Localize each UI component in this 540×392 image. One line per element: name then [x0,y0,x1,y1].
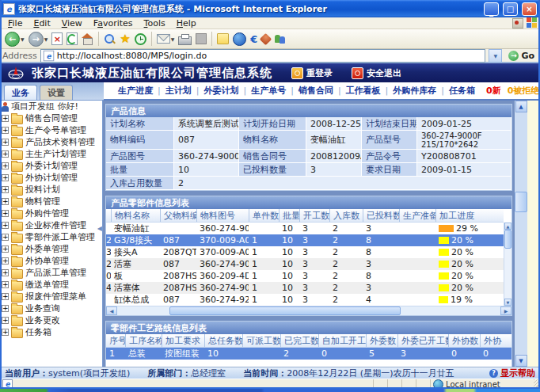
sidebar-item-3[interactable]: +主生产计划管理 [0,148,102,160]
tab-business[interactable]: 业务 [4,85,37,100]
sidebar-item-12[interactable]: +外协单管理 [0,255,102,267]
expand-icon[interactable]: + [2,150,9,158]
column-header[interactable]: 总任务数 [204,334,242,347]
forward-button[interactable]: →▼ [27,30,50,48]
close-button[interactable]: × [522,2,537,16]
expand-icon[interactable]: + [2,293,9,300]
column-header[interactable]: 外委数 [366,334,397,347]
expand-icon[interactable]: + [2,317,9,324]
notes-button[interactable] [215,30,230,48]
expand-icon[interactable]: + [2,186,9,193]
nav-item-2[interactable]: 外委计划 [199,85,243,97]
sidebar-item-2[interactable]: +产品技术资料管理 [0,136,102,148]
page-scrollbar[interactable]: ▲ ▼ [515,101,527,367]
minimize-button[interactable]: _ [484,2,499,16]
table-row[interactable]: 变幅油缸360-274-9000F1032329 % [106,223,504,234]
show-help-button[interactable]: ? 显示帮助 [489,367,535,379]
column-header[interactable]: 可派工数 [242,334,280,347]
research-button[interactable] [260,30,272,48]
expand-icon[interactable]: + [2,174,9,181]
sidebar-item-16[interactable]: +业务查询 [0,303,102,314]
expand-icon[interactable]: + [2,269,9,276]
currency-button[interactable]: € [249,30,259,48]
column-header[interactable]: 开工数 [299,209,329,222]
sidebar-item-11[interactable]: +外委单管理 [0,243,102,255]
column-header[interactable]: 物料名称 [111,209,160,222]
search-button[interactable] [102,30,117,48]
nav-item-6[interactable]: 外购件库存 [388,85,441,97]
scroll-down-icon[interactable]: ▼ [504,299,511,306]
address-input[interactable]: e http://localhost:8080/MPS/login.do [40,49,486,63]
expand-icon[interactable]: + [2,139,9,146]
sidebar-item-17[interactable]: +业务更改 [0,314,102,326]
go-button[interactable]: → Go [505,49,538,62]
sidebar-item-6[interactable]: +投料计划 [0,184,102,196]
sidebar-item-15[interactable]: +报废件管理菜单 [0,291,102,303]
column-header[interactable]: 序号 [106,334,125,347]
mail-dropdown-icon[interactable]: ▼ [171,36,175,42]
messenger-button[interactable] [272,30,287,48]
expand-icon[interactable]: + [2,198,9,205]
column-header[interactable]: 已投料数 [363,209,399,222]
table-row[interactable]: 3接头A2087QT002370-009-A085011032820 % [106,246,504,258]
menu-item-view[interactable]: View [56,18,88,29]
expand-icon[interactable]: + [2,305,9,312]
forward-dropdown-icon[interactable]: ▼ [44,36,48,42]
menu-item-file[interactable]: File [2,18,28,29]
column-header[interactable]: 外委已开工数 [397,334,448,347]
column-header[interactable]: 单件数量 [249,209,279,222]
column-header[interactable]: 物料图号 [196,209,249,222]
column-header[interactable]: 批量 [279,209,299,222]
menu-item-help[interactable]: Help [171,18,202,29]
table-row[interactable]: 2活塞087360-274-9010F11032320 % [106,258,504,270]
parts-horizontal-scrollbar[interactable]: ◀ ▶ [106,306,511,315]
menu-item-favorites[interactable]: Favorites [88,18,139,29]
menu-item-edit[interactable]: Edit [28,18,55,29]
expand-icon[interactable]: + [2,162,9,169]
expand-icon[interactable]: + [2,222,9,229]
mail-button[interactable]: ▼ [155,30,177,48]
sidebar-item-5[interactable]: +外协计划管理 [0,172,102,184]
column-header[interactable]: 父物料编码 [160,209,196,222]
column-header[interactable]: 加工进度 [435,209,504,222]
tab-settings[interactable]: 设置 [40,85,73,100]
scroll-up-icon[interactable]: ▲ [515,101,527,112]
scroll-down-icon[interactable]: ▼ [515,355,527,367]
splitter-collapse-icon[interactable]: ◀ [97,226,102,232]
expand-icon[interactable]: + [2,234,9,241]
browser-globe-button[interactable] [231,30,248,48]
parts-vertical-scrollbar[interactable]: ▲ ▼ [504,223,511,306]
relogin-button[interactable]: 重登录 [291,67,333,79]
nav-item-1[interactable]: 主计划 [161,85,196,97]
column-header[interactable]: 已完工数 [280,334,318,347]
nav-item-0[interactable]: 生产进度 [113,85,158,97]
favorites-button[interactable]: ★ [118,30,131,48]
edit-button[interactable] [194,30,208,48]
back-button[interactable]: ←▼ [3,30,26,48]
stop-button[interactable]: × [50,30,64,48]
table-row[interactable]: 0板2087HS002360-209-4D01011032820 % [106,270,504,282]
scroll-up-icon[interactable]: ▲ [504,223,511,230]
column-header[interactable]: 入库数 [329,209,363,222]
column-header[interactable]: 自加工开工数 [318,334,366,347]
home-button[interactable] [80,30,95,48]
column-header[interactable]: 外协 [480,334,511,347]
addon-icon[interactable] [512,18,523,29]
expand-icon[interactable]: + [2,115,9,122]
logout-button[interactable]: 安全退出 [352,67,401,79]
table-row[interactable]: 缸体总成087360-274-9200F11032419 % [106,294,504,306]
sidebar-item-13[interactable]: +产品派工单管理 [0,267,102,279]
column-header[interactable]: 外协数 [448,334,480,347]
windows-taskbar-sliver[interactable] [0,389,540,392]
scroll-thumb[interactable] [504,230,511,249]
table-row[interactable]: 1总装按图组装10205300 [106,348,511,360]
sidebar-item-7[interactable]: +物料管理 [0,196,102,207]
resize-grip[interactable] [534,379,540,389]
sidebar-item-18[interactable]: +任务箱 [0,326,102,338]
table-row[interactable]: 4活塞体2087HS002360-274-9011W11032320 % [106,282,504,294]
scroll-thumb[interactable] [169,306,401,315]
maximize-button[interactable]: □ [503,2,518,16]
sidebar-item-0[interactable]: +销售合同管理 [0,112,102,124]
column-header[interactable]: 加工要求 [162,334,204,347]
back-dropdown-icon[interactable]: ▼ [21,36,25,42]
